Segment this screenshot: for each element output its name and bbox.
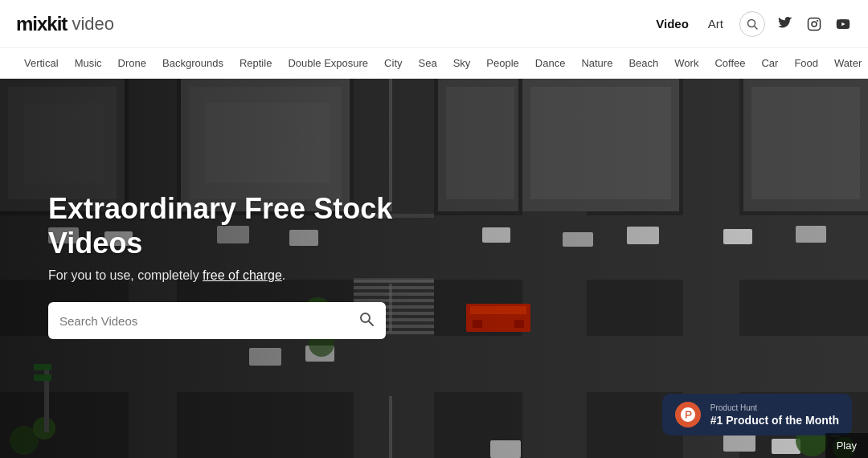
category-drone[interactable]: Drone [110, 48, 154, 79]
product-hunt-badge[interactable]: Product Hunt #1 Product of the Month [662, 394, 852, 436]
category-vertical[interactable]: Vertical [16, 48, 67, 79]
category-food[interactable]: Food [786, 48, 826, 79]
main-nav: Video Art [656, 17, 723, 31]
header: mixkit video Video Art [0, 0, 868, 48]
logo-video: video [72, 14, 114, 35]
category-sky[interactable]: Sky [445, 48, 479, 79]
category-dance[interactable]: Dance [527, 48, 574, 79]
hero-section: Extraordinary Free Stock Videos For you … [0, 79, 868, 458]
hero-subtitle: For you to use, completely free of charg… [48, 268, 466, 283]
category-backgrounds[interactable]: Backgrounds [154, 48, 231, 79]
search-icon [747, 18, 758, 30]
hero-title: Extraordinary Free Stock Videos [48, 191, 466, 260]
ph-badge: #1 Product of the Month [710, 414, 839, 427]
hero-subtitle-text: For you to use, completely [48, 268, 199, 282]
header-icons [739, 11, 852, 37]
twitter-icon[interactable] [776, 15, 794, 33]
category-double-exposure[interactable]: Double Exposure [280, 48, 376, 79]
category-sea[interactable]: Sea [411, 48, 445, 79]
product-hunt-logo [675, 402, 701, 427]
search-input[interactable] [59, 314, 350, 328]
category-people[interactable]: People [478, 48, 526, 79]
category-nav: Vertical Music Drone Backgrounds Reptile… [0, 48, 868, 79]
category-beach[interactable]: Beach [620, 48, 666, 79]
nav-art[interactable]: Art [708, 17, 723, 31]
nav-video[interactable]: Video [656, 17, 689, 31]
hero-content: Extraordinary Free Stock Videos For you … [48, 191, 466, 339]
instagram-icon[interactable] [805, 15, 823, 33]
category-city[interactable]: City [376, 48, 410, 79]
svg-point-3 [812, 22, 817, 27]
category-reptile[interactable]: Reptile [231, 48, 280, 79]
category-work[interactable]: Work [666, 48, 706, 79]
category-nature[interactable]: Nature [573, 48, 620, 79]
category-nav-items: Vertical Music Drone Backgrounds Reptile… [16, 48, 868, 79]
ph-text-container: Product Hunt #1 Product of the Month [710, 403, 839, 427]
ph-brand: Product Hunt [710, 403, 839, 412]
svg-line-70 [369, 321, 373, 325]
header-search-button[interactable] [739, 11, 765, 37]
svg-rect-2 [809, 18, 821, 30]
search-submit-icon[interactable] [358, 311, 375, 331]
search-bar [48, 302, 386, 339]
category-music[interactable]: Music [67, 48, 110, 79]
play-button[interactable]: Play [825, 433, 868, 458]
logo[interactable]: mixkit video [16, 13, 114, 35]
hero-subtitle-end: . [282, 268, 285, 282]
category-car[interactable]: Car [753, 48, 786, 79]
category-water[interactable]: Water [826, 48, 868, 79]
free-of-charge-link[interactable]: free of charge [203, 268, 282, 282]
logo-mixkit: mixkit [16, 13, 67, 35]
svg-line-1 [755, 26, 758, 29]
category-coffee[interactable]: Coffee [706, 48, 753, 79]
svg-point-4 [817, 20, 818, 21]
youtube-icon[interactable] [834, 15, 852, 33]
